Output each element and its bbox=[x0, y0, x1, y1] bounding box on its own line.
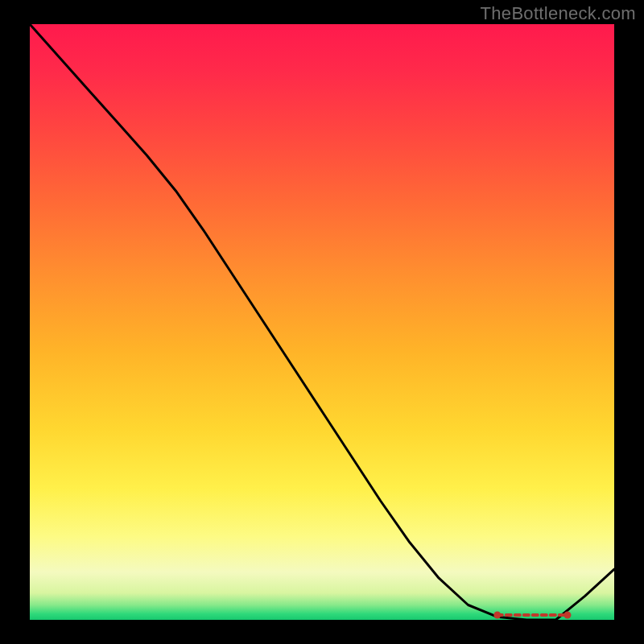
plot-background bbox=[30, 24, 614, 620]
optimal-range-end-dot bbox=[564, 612, 571, 619]
chart-frame: TheBottleneck.com bbox=[0, 0, 644, 644]
optimal-range-start-dot bbox=[493, 612, 501, 619]
bottleneck-chart bbox=[0, 0, 644, 644]
watermark-label: TheBottleneck.com bbox=[481, 3, 636, 24]
